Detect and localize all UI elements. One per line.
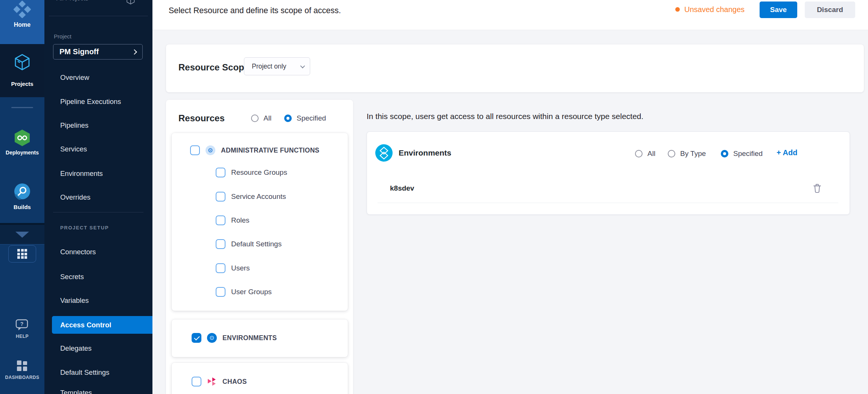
- chevron-down-icon[interactable]: [15, 232, 29, 238]
- sidebar-divider: [53, 212, 143, 212]
- admin-functions-icon: [206, 145, 215, 155]
- resource-scope-dropdown[interactable]: Project only: [244, 57, 310, 75]
- help-icon[interactable]: ?: [0, 319, 44, 332]
- sidebar-item-delegates[interactable]: Delegates: [60, 344, 147, 353]
- sidebar-item-services[interactable]: Services: [60, 145, 147, 153]
- sidebar-item-default-settings[interactable]: Default Settings: [60, 368, 147, 377]
- sidebar-item-overrides[interactable]: Overrides: [60, 193, 147, 202]
- chaos-icon: [207, 377, 217, 386]
- sidebar-item-pipeline-executions[interactable]: Pipeline Executions: [60, 98, 147, 106]
- resource-group-row: ADMINISTRATIVE FUNCTIONS: [190, 145, 320, 155]
- resource-group-card-admin: ADMINISTRATIVE FUNCTIONS Resource Groups…: [172, 133, 348, 311]
- resource-sub-row: Users: [216, 263, 250, 273]
- resource-sub-row: Roles: [216, 215, 250, 225]
- resource-sub-row: Default Settings: [216, 239, 282, 249]
- rail-label-help: HELP: [0, 334, 44, 339]
- sidebar-item-environments[interactable]: Environments: [60, 170, 147, 178]
- environments-detail-card: Environments All By Type Specified + Add…: [367, 131, 850, 215]
- project-setup-heading: PROJECT SETUP: [60, 225, 109, 231]
- environments-checkbox[interactable]: [192, 333, 201, 343]
- default-settings-checkbox[interactable]: [216, 239, 225, 249]
- module-grid-icon[interactable]: [8, 245, 36, 263]
- sidebar-item-secrets[interactable]: Secrets: [60, 273, 147, 281]
- resource-scope-card: Resource Scope Project only: [166, 44, 864, 92]
- rail-label-dashboards: DASHBOARDS: [0, 375, 44, 380]
- environments-circle-icon: [375, 144, 393, 162]
- env-radio-specified[interactable]: Specified: [721, 150, 763, 158]
- svg-text:?: ?: [20, 321, 24, 327]
- sidebar-divider: [49, 16, 148, 16]
- sidebar-item-overview[interactable]: Overview: [60, 73, 147, 82]
- dashboards-icon[interactable]: [0, 360, 44, 372]
- user-groups-checkbox[interactable]: [216, 287, 225, 297]
- project-chevron-icon: [132, 49, 137, 54]
- env-radio-by-type[interactable]: By Type: [668, 150, 706, 158]
- add-resource-button[interactable]: + Add: [777, 148, 797, 157]
- rail-divider: [11, 107, 33, 108]
- project-label: Project: [54, 33, 72, 40]
- discard-button[interactable]: Discard: [805, 2, 855, 18]
- resource-group-row: CHAOS: [192, 377, 247, 386]
- project-sidebar: All Projects Project PM Signoff Overview…: [44, 0, 152, 394]
- row-divider: [378, 203, 838, 203]
- deployments-icon[interactable]: [0, 129, 44, 147]
- radio-icon[interactable]: [251, 115, 259, 122]
- resource-group-card-chaos: CHAOS: [172, 363, 348, 394]
- env-radio-all[interactable]: All: [635, 150, 655, 158]
- environments-card-title: Environments: [399, 148, 451, 157]
- resource-groups-checkbox[interactable]: [216, 168, 225, 177]
- service-accounts-checkbox[interactable]: [216, 192, 225, 202]
- resource-group-row: ENVIRONMENTS: [192, 333, 277, 343]
- resource-sub-row: Resource Groups: [216, 168, 287, 177]
- resource-scope-value: Project only: [252, 63, 286, 70]
- resources-panel: Resources All Specified ADMINISTRATIVE: [166, 100, 353, 394]
- radio-icon[interactable]: [635, 150, 643, 157]
- chaos-checkbox[interactable]: [192, 377, 201, 386]
- page-subtitle: Select Resource and define its scope of …: [169, 6, 341, 15]
- rail-label-projects: Projects: [0, 81, 44, 87]
- rail-label-deployments: Deployments: [0, 150, 44, 156]
- radio-icon[interactable]: [721, 150, 728, 157]
- top-bar: Select Resource and define its scope of …: [152, 0, 868, 30]
- roles-checkbox[interactable]: [216, 215, 225, 225]
- env-row-label: k8sdev: [390, 184, 414, 192]
- dropdown-chevron-icon: [300, 63, 305, 68]
- save-button[interactable]: Save: [760, 2, 797, 18]
- resource-scope-label: Resource Scope: [178, 62, 249, 73]
- users-checkbox[interactable]: [216, 263, 225, 273]
- sidebar-item-templates[interactable]: Templates: [60, 389, 147, 394]
- module-rail: Home Projects: [0, 0, 44, 394]
- sidebar-item-pipelines[interactable]: Pipelines: [60, 121, 147, 130]
- rail-item-projects[interactable]: Projects: [0, 44, 44, 97]
- unsaved-dot: [675, 7, 680, 12]
- home-icon: [0, 1, 44, 18]
- app-root: Home Projects: [0, 0, 868, 394]
- project-selector[interactable]: PM Signoff: [53, 44, 143, 60]
- admin-functions-checkbox[interactable]: [190, 145, 200, 155]
- resource-sub-row: User Groups: [216, 287, 272, 297]
- sidebar-item-variables[interactable]: Variables: [60, 296, 147, 305]
- projects-icon: [0, 53, 44, 71]
- cube-icon: [126, 0, 136, 5]
- sidebar-item-access-control[interactable]: Access Control: [52, 316, 152, 334]
- resource-sub-row: Service Accounts: [216, 192, 286, 202]
- scope-selector-label[interactable]: All Projects: [56, 0, 88, 2]
- resources-radio-specified[interactable]: Specified: [284, 114, 326, 122]
- environments-icon: [207, 333, 217, 343]
- resources-title: Resources: [178, 113, 225, 124]
- unsaved-changes-label: Unsaved changes: [684, 5, 745, 14]
- builds-icon[interactable]: [0, 183, 44, 200]
- radio-icon[interactable]: [284, 115, 292, 122]
- rail-item-home[interactable]: Home: [0, 0, 44, 44]
- radio-icon[interactable]: [668, 150, 675, 157]
- trash-icon[interactable]: [812, 183, 822, 193]
- scope-description: In this scope, users get access to all r…: [367, 112, 643, 121]
- sidebar-item-connectors[interactable]: Connectors: [60, 248, 147, 256]
- resource-group-card-environments: ENVIRONMENTS: [172, 319, 348, 357]
- project-name: PM Signoff: [59, 47, 99, 56]
- rail-label-home: Home: [0, 21, 44, 28]
- resources-radio-all[interactable]: All: [251, 114, 271, 122]
- rail-label-builds: Builds: [0, 204, 44, 210]
